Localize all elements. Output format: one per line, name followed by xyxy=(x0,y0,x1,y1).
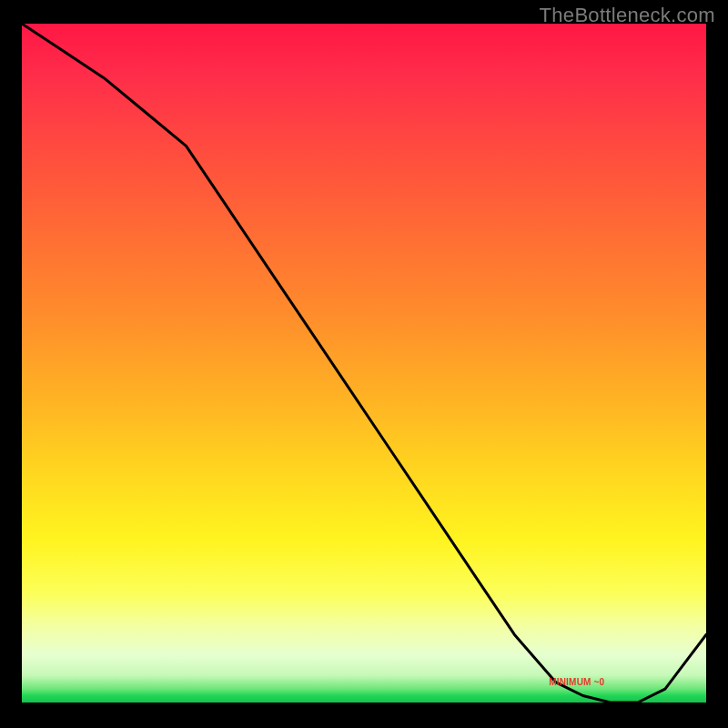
bottleneck-curve xyxy=(22,24,706,703)
minimum-annotation: MINIMUM ~0 xyxy=(549,677,604,687)
plot-area: MINIMUM ~0 xyxy=(22,24,706,703)
chart-frame: TheBottleneck.com MINIMUM ~0 xyxy=(0,0,728,728)
attribution-label: TheBottleneck.com xyxy=(540,4,715,27)
